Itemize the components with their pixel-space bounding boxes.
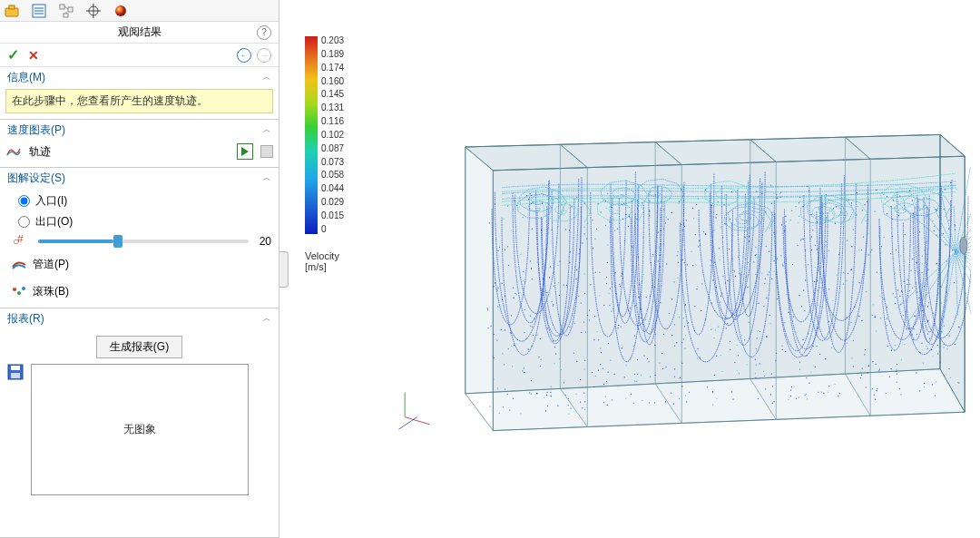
svg-point-668 xyxy=(685,304,686,305)
svg-point-360 xyxy=(631,394,632,395)
svg-point-323 xyxy=(899,388,900,389)
svg-point-577 xyxy=(927,348,928,349)
svg-point-394 xyxy=(821,391,822,392)
svg-point-227 xyxy=(671,335,672,336)
svg-point-902 xyxy=(674,376,675,377)
svg-point-800 xyxy=(692,208,693,209)
svg-point-136 xyxy=(822,253,823,254)
graphics-viewport[interactable]: 0.2030.1890.1740.1600.1450.1310.1160.102… xyxy=(279,0,980,538)
svg-point-53 xyxy=(501,283,502,284)
svg-point-190 xyxy=(505,388,505,389)
svg-point-277 xyxy=(718,327,719,328)
svg-point-384 xyxy=(922,263,923,264)
svg-point-794 xyxy=(818,269,818,270)
svg-point-901 xyxy=(773,260,774,261)
svg-point-514 xyxy=(499,247,500,248)
svg-point-387 xyxy=(918,207,919,208)
item-pipe-row[interactable]: 管道(P) xyxy=(7,253,271,275)
svg-point-882 xyxy=(523,280,524,281)
svg-point-12 xyxy=(115,5,126,16)
svg-point-918 xyxy=(916,262,916,263)
svg-point-174 xyxy=(828,200,829,201)
target-icon[interactable] xyxy=(85,3,102,19)
svg-point-432 xyxy=(924,386,925,387)
svg-point-699 xyxy=(789,312,789,313)
svg-point-928 xyxy=(705,233,706,234)
radio-inlet[interactable]: 入口(I) xyxy=(7,193,271,209)
svg-point-931 xyxy=(909,290,910,291)
svg-point-736 xyxy=(769,251,769,252)
svg-point-51 xyxy=(614,230,615,231)
svg-point-242 xyxy=(522,370,523,371)
svg-point-740 xyxy=(540,366,541,367)
section-solve-header[interactable]: 图解设定(S) ︿ xyxy=(0,168,279,188)
svg-point-181 xyxy=(684,347,685,348)
svg-point-716 xyxy=(868,366,869,367)
radio-outlet-input[interactable] xyxy=(18,216,30,228)
tree-icon[interactable] xyxy=(58,3,74,19)
svg-point-899 xyxy=(659,247,660,248)
svg-point-383 xyxy=(924,249,925,250)
radio-outlet[interactable]: 出口(O) xyxy=(7,214,271,230)
play-button[interactable] xyxy=(237,143,253,160)
save-icon[interactable] xyxy=(7,364,24,380)
svg-point-861 xyxy=(609,305,610,306)
ok-icon[interactable]: ✓ xyxy=(7,46,19,64)
generate-report-button[interactable]: 生成报表(G) xyxy=(96,336,182,358)
svg-point-411 xyxy=(817,249,818,249)
item-ball-row[interactable]: 滚珠(B) xyxy=(7,280,271,302)
svg-point-858 xyxy=(812,280,813,281)
cancel-icon[interactable]: ✕ xyxy=(28,48,39,63)
svg-point-235 xyxy=(714,261,715,262)
radio-inlet-input[interactable] xyxy=(18,195,30,207)
legend-tick: 0 xyxy=(321,225,344,234)
svg-point-218 xyxy=(617,229,618,230)
nav-back-icon[interactable]: ← xyxy=(237,48,251,63)
svg-point-596 xyxy=(877,388,877,389)
section-speed-header[interactable]: 速度图表(P) ︿ xyxy=(0,120,279,140)
svg-marker-46 xyxy=(845,137,870,416)
panel-expander[interactable] xyxy=(279,251,289,288)
panel-title-bar: 观阅结果 ? xyxy=(0,22,279,44)
svg-point-426 xyxy=(906,328,906,329)
list-icon[interactable] xyxy=(31,3,47,19)
svg-point-128 xyxy=(892,219,893,220)
svg-point-815 xyxy=(774,256,775,257)
svg-point-285 xyxy=(825,245,826,246)
svg-point-392 xyxy=(720,302,720,303)
svg-point-709 xyxy=(650,377,651,377)
svg-point-658 xyxy=(948,335,949,336)
svg-point-373 xyxy=(649,210,650,210)
svg-point-140 xyxy=(505,249,505,250)
svg-point-103 xyxy=(847,342,848,343)
svg-point-298 xyxy=(798,222,799,223)
svg-point-840 xyxy=(574,266,575,267)
svg-point-91 xyxy=(874,210,875,211)
svg-point-78 xyxy=(871,249,872,250)
svg-point-126 xyxy=(775,360,776,361)
svg-point-584 xyxy=(680,377,681,378)
package-icon[interactable] xyxy=(4,3,20,19)
svg-point-812 xyxy=(771,279,772,279)
particle-count-slider[interactable] xyxy=(38,240,249,243)
svg-point-245 xyxy=(828,289,829,289)
svg-point-664 xyxy=(589,309,590,310)
svg-point-418 xyxy=(720,227,720,228)
svg-point-535 xyxy=(956,189,957,190)
sphere-icon[interactable] xyxy=(113,3,129,19)
svg-point-511 xyxy=(654,375,655,376)
help-icon[interactable]: ? xyxy=(257,25,271,40)
svg-point-692 xyxy=(661,217,662,218)
svg-point-610 xyxy=(858,316,859,317)
stop-button[interactable] xyxy=(260,145,273,158)
svg-point-236 xyxy=(900,394,901,395)
svg-point-375 xyxy=(634,374,635,375)
section-info-header[interactable]: 信息(M) ︿ xyxy=(0,67,279,87)
svg-point-515 xyxy=(647,358,648,359)
svg-point-598 xyxy=(797,245,798,246)
svg-point-581 xyxy=(660,302,661,303)
svg-point-816 xyxy=(799,295,799,296)
svg-point-249 xyxy=(621,326,622,327)
svg-point-97 xyxy=(893,293,894,294)
section-report-header[interactable]: 报表(R) ︿ xyxy=(0,308,279,328)
